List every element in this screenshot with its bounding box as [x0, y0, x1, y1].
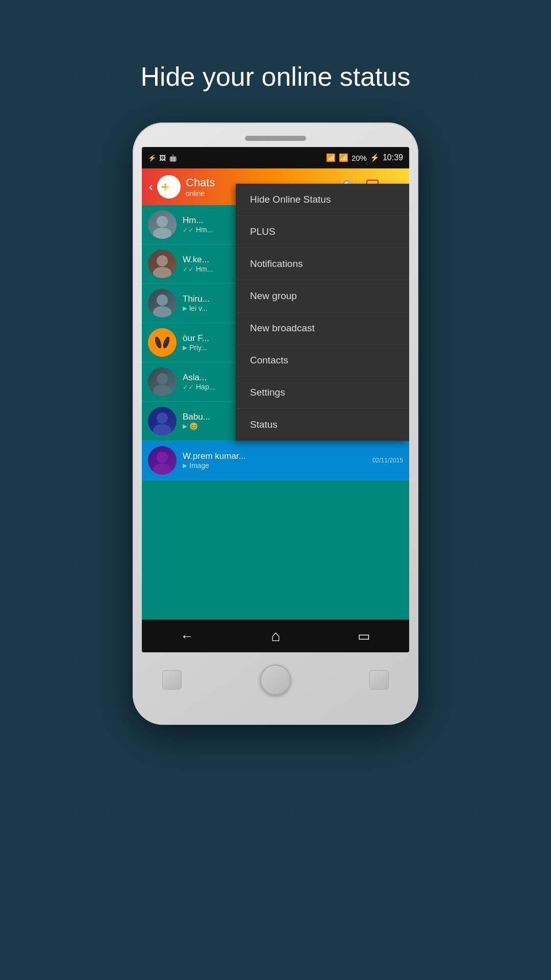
- status-bar: ⚡ 🖼 🤖 📶 📶 20% ⚡ 10:39: [142, 147, 409, 168]
- svg-point-16: [157, 452, 168, 463]
- chat-preview: ▶ Image: [183, 461, 368, 470]
- tick-icon: ✓✓: [183, 383, 194, 391]
- wifi-icon: 📶: [326, 153, 336, 162]
- svg-point-17: [153, 463, 171, 475]
- menu-item-new-group[interactable]: New group: [236, 280, 409, 312]
- phone-bottom: [142, 656, 409, 703]
- phone-speaker: [245, 136, 306, 141]
- avatar: [148, 446, 177, 475]
- svg-point-8: [153, 306, 171, 317]
- recent-nav-button[interactable]: ▭: [358, 628, 370, 644]
- chat-time: 02/11/2015: [372, 457, 403, 464]
- play-icon: ▶: [183, 423, 187, 430]
- preview-text: Priy...: [189, 344, 207, 352]
- preview-text: Hm...: [196, 226, 213, 234]
- svg-point-14: [157, 412, 168, 424]
- menu-item-new-broadcast[interactable]: New broadcast: [236, 312, 409, 345]
- home-nav-button[interactable]: ⌂: [271, 627, 280, 645]
- play-icon: ▶: [183, 305, 187, 312]
- svg-point-13: [153, 385, 171, 396]
- svg-point-6: [153, 267, 171, 278]
- usb-icon: ⚡: [148, 154, 156, 162]
- page-title: Hide your online status: [141, 61, 411, 92]
- avatar: [148, 328, 177, 357]
- clock: 10:39: [383, 153, 403, 162]
- preview-text: Hap...: [196, 383, 215, 391]
- back-button[interactable]: ‹: [149, 180, 153, 194]
- phone-frame: ⚡ 🖼 🤖 📶 📶 20% ⚡ 10:39 ‹ Chats online: [133, 122, 418, 725]
- tick-icon: ✓✓: [183, 226, 194, 234]
- back-nav-button[interactable]: ←: [181, 628, 194, 644]
- chat-item[interactable]: W.prem kumar... ▶ Image 02/11/2015: [142, 441, 409, 480]
- bottom-nav: ← ⌂ ▭: [142, 620, 409, 652]
- menu-item-hide-online-status[interactable]: Hide Online Status: [236, 184, 409, 216]
- phone-screen: ⚡ 🖼 🤖 📶 📶 20% ⚡ 10:39 ‹ Chats online: [142, 147, 409, 652]
- home-hardware-button[interactable]: [260, 665, 291, 695]
- menu-item-plus[interactable]: PLUS: [236, 216, 409, 248]
- avatar: [148, 289, 177, 317]
- svg-point-15: [153, 424, 171, 435]
- battery-percent: 20%: [352, 154, 367, 162]
- tick-icon: ✓✓: [183, 265, 194, 273]
- avatar: [148, 407, 177, 435]
- svg-point-4: [153, 228, 171, 239]
- play-icon: ▶: [183, 462, 187, 469]
- right-capacitive-button[interactable]: [369, 670, 389, 690]
- avatar: [148, 210, 177, 239]
- chat-content: W.prem kumar... ▶ Image: [183, 451, 368, 470]
- dropdown-menu: Hide Online Status PLUS Notifications Ne…: [236, 184, 409, 441]
- svg-point-9: [148, 328, 177, 357]
- avatar: [148, 250, 177, 278]
- signal-icon: 📶: [339, 153, 348, 162]
- menu-item-settings[interactable]: Settings: [236, 377, 409, 409]
- svg-point-5: [157, 255, 168, 266]
- app-logo: [157, 175, 181, 199]
- left-capacitive-button[interactable]: [162, 670, 182, 690]
- avatar: [148, 368, 177, 396]
- svg-point-12: [157, 373, 168, 384]
- preview-text: Image: [189, 461, 209, 470]
- play-icon: ▶: [183, 344, 187, 351]
- svg-point-3: [157, 216, 168, 227]
- preview-text: Hm...: [196, 265, 213, 273]
- menu-item-status[interactable]: Status: [236, 409, 409, 441]
- menu-item-notifications[interactable]: Notifications: [236, 248, 409, 280]
- preview-text: 😊: [189, 422, 198, 430]
- chat-name: W.prem kumar...: [183, 451, 368, 461]
- screenshot-icon: 🖼: [159, 154, 166, 162]
- status-right-info: 📶 📶 20% ⚡ 10:39: [326, 153, 403, 162]
- charging-icon: ⚡: [370, 153, 380, 162]
- svg-point-7: [157, 295, 168, 306]
- logo-icon: [161, 179, 177, 194]
- status-left-icons: ⚡ 🖼 🤖: [148, 154, 177, 162]
- preview-text: lei v...: [189, 304, 208, 312]
- menu-item-contacts[interactable]: Contacts: [236, 345, 409, 377]
- android-icon: 🤖: [169, 154, 177, 162]
